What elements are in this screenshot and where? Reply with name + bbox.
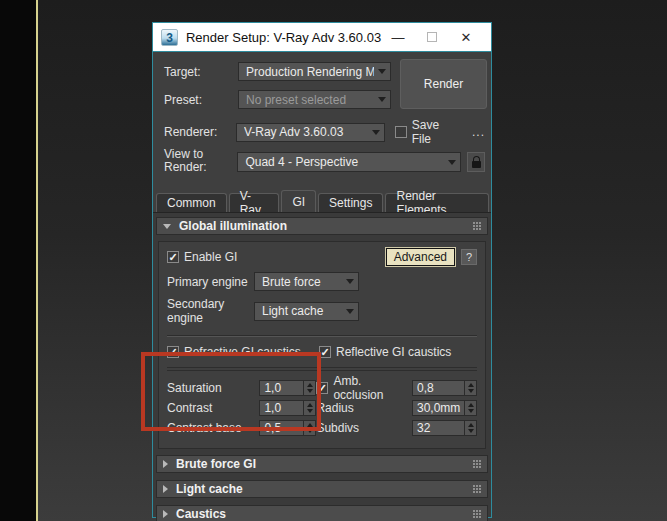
preset-value: No preset selected	[246, 93, 374, 107]
tab-gi[interactable]: GI	[281, 190, 316, 212]
3dsmax-app-icon: 3	[161, 29, 178, 46]
chevron-down-icon	[378, 97, 386, 102]
amb-occlusion-label: Amb. occlusion	[333, 374, 412, 402]
chevron-down-icon	[372, 130, 380, 135]
desktop-backdrop: 3 Render Setup: V-Ray Adv 3.60.03 — ✕ Ta…	[0, 0, 667, 521]
grip-icon[interactable]	[473, 485, 481, 493]
tab-vray[interactable]: V-Ray	[229, 193, 280, 212]
window-title: Render Setup: V-Ray Adv 3.60.03	[186, 30, 381, 45]
spinner-arrows[interactable]	[464, 420, 477, 436]
window-titlebar[interactable]: 3 Render Setup: V-Ray Adv 3.60.03 — ✕	[153, 23, 491, 52]
close-icon[interactable]: ✕	[449, 30, 483, 45]
secondary-engine-value: Light cache	[262, 304, 342, 318]
rollout-header-caustics[interactable]: Caustics	[156, 505, 488, 521]
dialog-client-area: Target: Production Rendering Mode Render…	[153, 53, 491, 517]
spinner-down-icon[interactable]	[468, 409, 474, 413]
preset-label: Preset:	[164, 93, 238, 107]
chevron-down-icon	[448, 160, 456, 165]
viewport-lock-button[interactable]	[467, 152, 485, 172]
rollout-title: Global illumination	[179, 219, 473, 233]
primary-engine-value: Brute force	[262, 275, 342, 289]
spinner-arrows[interactable]	[464, 400, 477, 416]
amb-occlusion-spinner[interactable]: 0,8	[412, 380, 477, 396]
grip-icon[interactable]	[473, 222, 481, 230]
viewport-accent-line	[36, 0, 38, 521]
radius-value[interactable]: 30,0mm	[412, 400, 464, 416]
separator	[167, 335, 477, 337]
rollout-header-light-cache[interactable]: Light cache	[156, 480, 488, 498]
annotation-highlight-rectangle	[141, 352, 321, 431]
advanced-mode-button[interactable]: Advanced	[386, 248, 455, 266]
rollout-header-brute-force-gi[interactable]: Brute force GI	[156, 455, 488, 473]
radius-label: Radius	[316, 401, 412, 415]
rollout-title: Brute force GI	[176, 457, 473, 471]
renderer-label: Renderer:	[164, 125, 236, 139]
preset-dropdown[interactable]: No preset selected	[238, 90, 391, 109]
rollout-header-global-illumination[interactable]: Global illumination	[156, 217, 488, 235]
view-to-render-label: View to Render:	[164, 148, 223, 174]
view-to-render-value: Quad 4 - Perspective	[245, 155, 444, 169]
subdivs-spinner[interactable]: 32	[412, 420, 477, 436]
rollout-title: Caustics	[176, 507, 473, 521]
maximize-icon[interactable]	[415, 30, 449, 45]
secondary-engine-dropdown[interactable]: Light cache	[254, 302, 359, 321]
rollout-collapsed-icon	[163, 460, 168, 468]
radius-spinner[interactable]: 30,0mm	[412, 400, 477, 416]
minimize-icon[interactable]: —	[381, 30, 415, 45]
tab-common[interactable]: Common	[156, 193, 227, 212]
reflective-gi-caustics-label: Reflective GI caustics	[336, 345, 451, 359]
render-setup-window: 3 Render Setup: V-Ray Adv 3.60.03 — ✕ Ta…	[152, 22, 492, 518]
spinner-up-icon[interactable]	[468, 423, 474, 427]
subdivs-value[interactable]: 32	[412, 420, 464, 436]
collapsed-rollouts: Brute force GI Light cache Caustics	[156, 455, 488, 521]
save-file-checkbox[interactable]	[395, 126, 407, 138]
renderer-value: V-Ray Adv 3.60.03	[244, 125, 368, 139]
rollout-collapsed-icon	[163, 485, 168, 493]
chevron-down-icon	[346, 279, 354, 284]
render-setup-tabbar: Common V-Ray GI Settings Render Elements	[156, 191, 491, 212]
target-value: Production Rendering Mode	[246, 65, 374, 79]
rollout-expanded-icon	[163, 224, 171, 229]
rollout-title: Light cache	[176, 482, 473, 496]
spinner-down-icon[interactable]	[468, 389, 474, 393]
view-to-render-dropdown[interactable]: Quad 4 - Perspective	[237, 152, 461, 172]
spinner-arrows[interactable]	[464, 380, 477, 396]
save-file-label: Save File	[412, 118, 461, 146]
enable-gi-checkbox[interactable]	[167, 251, 179, 263]
subdivs-label: Subdivs	[316, 421, 412, 435]
grip-icon[interactable]	[473, 460, 481, 468]
spinner-up-icon[interactable]	[468, 383, 474, 387]
enable-gi-label: Enable GI	[184, 250, 237, 264]
viewport-edge-strip	[0, 0, 36, 521]
primary-engine-label: Primary engine	[167, 275, 254, 289]
target-label: Target:	[164, 65, 238, 79]
target-dropdown[interactable]: Production Rendering Mode	[238, 62, 391, 81]
chevron-down-icon	[378, 69, 386, 74]
amb-occlusion-value[interactable]: 0,8	[412, 380, 464, 396]
secondary-engine-label: Secondary engine	[167, 297, 254, 325]
grip-icon[interactable]	[473, 510, 481, 518]
spinner-up-icon[interactable]	[468, 403, 474, 407]
save-file-browse-button[interactable]: ...	[472, 125, 485, 139]
tab-render-elements[interactable]: Render Elements	[385, 193, 489, 212]
help-button[interactable]: ?	[461, 249, 477, 265]
lock-icon	[472, 161, 481, 168]
renderer-dropdown[interactable]: V-Ray Adv 3.60.03	[236, 123, 385, 142]
primary-engine-dropdown[interactable]: Brute force	[254, 272, 359, 291]
chevron-down-icon	[346, 309, 354, 314]
tab-settings[interactable]: Settings	[318, 193, 383, 212]
spinner-down-icon[interactable]	[468, 429, 474, 433]
rollout-collapsed-icon	[163, 510, 168, 518]
